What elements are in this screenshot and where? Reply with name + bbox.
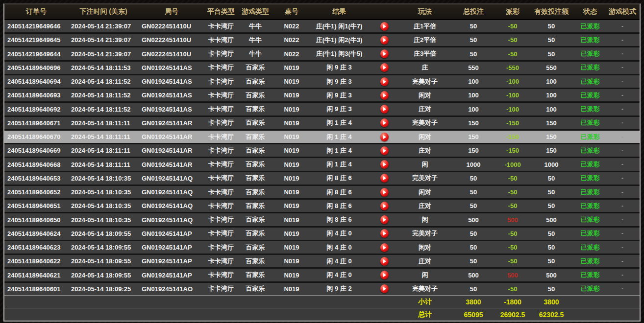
game-type-cell: 百家乐 xyxy=(238,227,273,240)
payout-cell: -100 xyxy=(497,102,528,116)
round-id-cell: GN0222451410U xyxy=(139,33,204,47)
status-cell: 已派彩 xyxy=(575,171,605,185)
round-id-cell: GN019245141AR xyxy=(139,158,204,171)
table-row[interactable]: 240514189640652 2024-05-14 18:10:35 GN01… xyxy=(4,185,640,199)
total-bet-cell: 50 xyxy=(449,254,497,268)
valid-bet-cell: 50 xyxy=(528,282,575,295)
table-row[interactable]: 240514189640601 2024-05-14 18:09:25 GN01… xyxy=(4,282,640,295)
status-cell: 已派彩 xyxy=(575,144,605,158)
replay-cell xyxy=(368,158,400,171)
table-row[interactable]: 240514189640696 2024-05-14 18:11:53 GN01… xyxy=(4,61,640,74)
table-no-cell: N019 xyxy=(273,227,310,240)
game-mode-cell: - xyxy=(605,282,640,295)
round-id-cell: GN019245141AQ xyxy=(139,185,204,199)
replay-cell xyxy=(368,199,400,213)
play-triangle-icon xyxy=(383,52,386,56)
table-row[interactable]: 240514189640669 2024-05-14 18:11:11 GN01… xyxy=(4,144,640,158)
table-row[interactable]: 240514189640668 2024-05-14 18:11:11 GN01… xyxy=(4,158,640,171)
total-total-bet: 65095 xyxy=(449,308,497,321)
replay-cell xyxy=(368,185,400,199)
game-type-cell: 百家乐 xyxy=(238,282,273,295)
table-row[interactable]: 240514189640692 2024-05-14 18:11:52 GN01… xyxy=(4,102,640,116)
table-row[interactable]: 240514189640622 2024-05-14 18:09:55 GN01… xyxy=(4,254,640,268)
payout-cell: -50 xyxy=(497,227,528,240)
play-icon[interactable] xyxy=(380,284,389,293)
play-icon[interactable] xyxy=(380,133,389,141)
game-mode-cell: - xyxy=(605,171,640,185)
platform-type-cell: 卡卡湾厅 xyxy=(204,102,238,116)
play-icon[interactable] xyxy=(380,229,389,238)
play-icon[interactable] xyxy=(380,215,389,224)
platform-type-cell: 卡卡湾厅 xyxy=(204,144,238,158)
game-type-cell: 百家乐 xyxy=(238,268,273,282)
total-bet-cell: 100 xyxy=(449,102,497,116)
platform-type-cell: 卡卡湾厅 xyxy=(204,89,238,102)
valid-bet-cell: 50 xyxy=(528,20,575,33)
total-bet-cell: 1000 xyxy=(449,158,497,171)
play-icon[interactable] xyxy=(380,105,389,114)
game-result-cell: 闲 8 庄 6 xyxy=(310,185,368,199)
payout-cell: -50 xyxy=(497,282,528,295)
play-icon[interactable] xyxy=(380,174,389,183)
bet-time-cell: 2024-05-14 18:11:11 xyxy=(68,144,139,158)
table-no-cell: N019 xyxy=(273,130,310,143)
replay-cell xyxy=(368,74,400,88)
payout-cell: -50 xyxy=(497,20,528,33)
bet-type-cell: 庄对 xyxy=(400,254,449,268)
table-row[interactable]: 240514189640650 2024-05-14 18:10:35 GN01… xyxy=(4,213,640,227)
play-icon[interactable] xyxy=(380,36,389,45)
table-no-cell: N019 xyxy=(273,240,310,254)
play-icon[interactable] xyxy=(380,22,389,31)
table-row[interactable]: 240514219649645 2024-05-14 21:39:07 GN02… xyxy=(4,33,640,47)
valid-bet-cell: 50 xyxy=(528,47,575,61)
table-row[interactable]: 240514189640621 2024-05-14 18:09:55 GN01… xyxy=(4,268,640,282)
platform-type-cell: 卡卡湾厅 xyxy=(204,116,238,130)
play-icon[interactable] xyxy=(380,49,389,58)
status-cell: 已派彩 xyxy=(575,158,605,171)
total-bet-cell: 100 xyxy=(449,89,497,102)
bet-type-cell: 闲 xyxy=(400,158,449,171)
table-row[interactable]: 240514189640694 2024-05-14 18:11:52 GN01… xyxy=(4,74,640,88)
play-icon[interactable] xyxy=(380,77,389,86)
table-row[interactable]: 240514219649646 2024-05-14 21:39:07 GN02… xyxy=(4,20,640,33)
play-icon[interactable] xyxy=(380,257,389,266)
column-header-mode: 游戏模式 xyxy=(605,4,640,20)
total-bet-cell: 50 xyxy=(449,227,497,240)
play-icon[interactable] xyxy=(380,202,389,210)
table-row[interactable]: 240514189640623 2024-05-14 18:09:55 GN01… xyxy=(4,240,640,254)
game-result-cell: 闲 8 庄 6 xyxy=(310,171,368,185)
round-id-cell: GN019245141AS xyxy=(139,74,204,88)
table-row[interactable]: 240514189640653 2024-05-14 18:10:35 GN01… xyxy=(4,171,640,185)
platform-type-cell: 卡卡湾厅 xyxy=(204,254,238,268)
table-row[interactable]: 240514189640651 2024-05-14 18:10:35 GN01… xyxy=(4,199,640,213)
table-row[interactable]: 240514189640670 2024-05-14 18:11:11 GN01… xyxy=(4,130,640,143)
play-triangle-icon xyxy=(383,231,386,235)
status-cell: 已派彩 xyxy=(575,61,605,74)
play-icon[interactable] xyxy=(380,271,389,279)
subtotal-row: 小计 3800 -1800 3800 xyxy=(4,296,640,308)
round-id-cell: GN019245141AR xyxy=(139,116,204,130)
table-row[interactable]: 240514219649644 2024-05-14 21:39:07 GN02… xyxy=(4,47,640,61)
total-bet-cell: 500 xyxy=(449,213,497,227)
round-id-cell: GN019245141AP xyxy=(139,227,204,240)
table-row[interactable]: 240514189640693 2024-05-14 18:11:52 GN01… xyxy=(4,89,640,102)
order-id-cell: 240514189640669 xyxy=(4,144,68,158)
play-icon[interactable] xyxy=(380,188,389,197)
play-icon[interactable] xyxy=(380,160,389,169)
play-triangle-icon xyxy=(383,149,386,153)
table-row[interactable]: 240514189640624 2024-05-14 18:09:55 GN01… xyxy=(4,227,640,240)
play-icon[interactable] xyxy=(380,118,389,127)
play-icon[interactable] xyxy=(380,91,389,100)
bet-time-cell: 2024-05-14 18:10:35 xyxy=(68,199,139,213)
play-icon[interactable] xyxy=(380,63,389,72)
order-id-cell: 240514189640653 xyxy=(4,171,68,185)
platform-type-cell: 卡卡湾厅 xyxy=(204,171,238,185)
bet-type-cell: 庄1平倍 xyxy=(400,20,449,33)
table-no-cell: N019 xyxy=(273,254,310,268)
bet-time-cell: 2024-05-14 18:09:55 xyxy=(68,240,139,254)
play-icon[interactable] xyxy=(380,243,389,252)
round-id-cell: GN019245141AQ xyxy=(139,199,204,213)
play-icon[interactable] xyxy=(380,146,389,155)
valid-bet-cell: 50 xyxy=(528,254,575,268)
table-row[interactable]: 240514189640671 2024-05-14 18:11:11 GN01… xyxy=(4,116,640,130)
